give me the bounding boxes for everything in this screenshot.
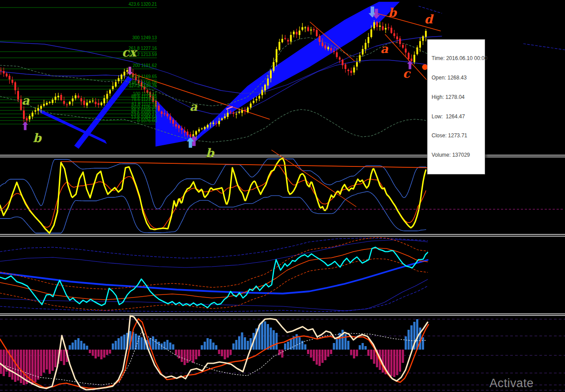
tooltip-time: Time: 2016.06.10 00:00 bbox=[432, 55, 481, 62]
tooltip-close: Close: 1273.71 bbox=[432, 132, 481, 139]
trading-terminal-screen: 423.6 1320.21300 1249.13261.8 1227.16238… bbox=[0, 0, 565, 392]
data-window-tooltip: Time: 2016.06.10 00:00 Open: 1268.43 Hig… bbox=[427, 39, 485, 174]
bands-panel-layer bbox=[0, 237, 428, 312]
histogram-bars-layer bbox=[0, 319, 424, 385]
tooltip-low: Low: 1264.47 bbox=[432, 113, 481, 120]
tooltip-volume: Volume: 137029 bbox=[432, 152, 481, 158]
tooltip-high: High: 1278.04 bbox=[432, 94, 481, 101]
tooltip-open: Open: 1268.43 bbox=[432, 75, 481, 81]
activate-windows-watermark: Activate Windows bbox=[489, 377, 565, 392]
fib-lines-layer bbox=[0, 8, 157, 124]
